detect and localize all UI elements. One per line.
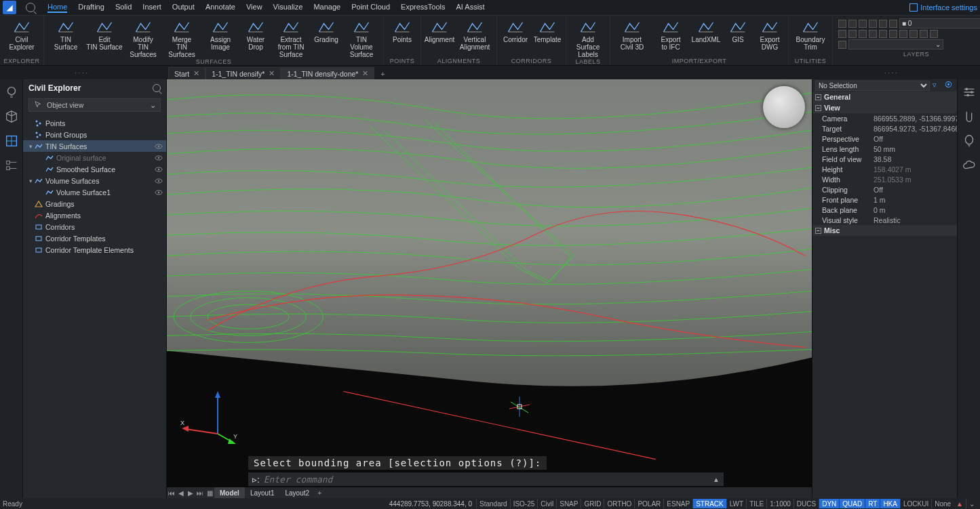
layer-tool-icon[interactable] [838, 30, 846, 38]
status-iso-25[interactable]: ISO-25 [510, 499, 538, 508]
panel-handle-right[interactable]: ···· [884, 68, 899, 77]
menu-ai-assist[interactable]: AI Assist [456, 3, 484, 13]
add-layout-button[interactable]: + [315, 489, 324, 497]
layer-tool-icon[interactable] [899, 30, 907, 38]
ribbon-tin-volume-surface[interactable]: TIN Volume Surface [342, 17, 380, 58]
tree-corridor-template-elements[interactable]: Corridor Template Elements [23, 244, 166, 256]
menu-drafting[interactable]: Drafting [78, 3, 104, 13]
ribbon-modify-tin-surfaces[interactable]: Modify TIN Surfaces [124, 17, 162, 58]
menu-expresstools[interactable]: ExpressTools [401, 3, 445, 13]
command-history-icon[interactable]: ▲ [713, 476, 720, 483]
status-polar[interactable]: POLAR [634, 499, 663, 508]
ribbon-alignment[interactable]: Alignment [424, 17, 455, 43]
layout-prev-icon[interactable]: ◀ [176, 489, 186, 497]
selection-select[interactable]: No Selection [815, 81, 930, 91]
pick-icon[interactable]: ⦿ [945, 81, 954, 90]
civil-drawing-icon[interactable] [4, 134, 19, 148]
layer-tool-icon[interactable] [848, 30, 857, 38]
status-none[interactable]: None [931, 499, 954, 508]
tree-point-groups[interactable]: Point Groups [23, 129, 166, 140]
ribbon-export-dwg[interactable]: Export DWG [754, 17, 785, 51]
filter-icon[interactable]: ▿ [933, 81, 942, 90]
status-esnap[interactable]: ESNAP [663, 499, 692, 508]
layer-tool-icon[interactable] [909, 30, 918, 38]
prop-group-general[interactable]: −General [812, 91, 957, 102]
layer-tool-icon[interactable] [920, 30, 928, 38]
cube-icon[interactable] [4, 109, 19, 124]
ribbon-grading[interactable]: Grading [311, 17, 342, 43]
ribbon-assign-image[interactable]: Assign Image [201, 17, 239, 51]
status-lwt[interactable]: LWT [726, 499, 746, 508]
status-dyn[interactable]: DYN [819, 499, 839, 508]
panel-handle-left[interactable]: ···· [75, 68, 89, 77]
menu-visualize[interactable]: Visualize [273, 3, 303, 13]
prop-group-misc[interactable]: −Misc [812, 225, 957, 236]
layer-state-icon[interactable] [848, 20, 857, 28]
visibility-icon[interactable] [154, 142, 163, 151]
status-standard[interactable]: Standard [476, 499, 510, 508]
prop-value[interactable]: 866954.9273, -51367.8466, 4 [874, 125, 957, 133]
doctab-1-1-tin-densify-done-[interactable]: 1-1_TIN densify-done*✕ [281, 67, 374, 79]
status-alert-icon[interactable]: ▲ [956, 500, 963, 508]
cloud-icon[interactable] [962, 158, 977, 173]
ribbon-water-drop[interactable]: Water Drop [240, 17, 271, 51]
menu-manage[interactable]: Manage [313, 3, 340, 13]
close-icon[interactable]: ✕ [193, 69, 199, 78]
3d-viewport[interactable]: X Y Select bounding area [selection opti… [167, 79, 812, 498]
command-input[interactable] [264, 474, 720, 485]
layout-last-icon[interactable]: ⏭ [195, 489, 205, 497]
balloon-icon[interactable] [962, 134, 977, 148]
prop-value[interactable]: 866955.2889, -51366.9997, 4 [874, 115, 957, 123]
status-snap[interactable]: SNAP [556, 499, 581, 508]
tree-volume-surfaces[interactable]: ▾Volume Surfaces [23, 175, 166, 186]
close-icon[interactable]: ✕ [362, 69, 368, 78]
tree-points[interactable]: Points [23, 117, 166, 129]
ribbon-boundary-trim[interactable]: Boundary Trim [791, 17, 829, 51]
doctab-1-1-tin-densify-[interactable]: 1-1_TIN densify*✕ [205, 67, 281, 79]
status-ducs[interactable]: DUCS [793, 499, 819, 508]
menu-view[interactable]: View [246, 3, 262, 13]
explorer-search-icon[interactable] [153, 84, 161, 92]
tree-alignments[interactable]: Alignments [23, 209, 166, 221]
menu-solid[interactable]: Solid [115, 3, 132, 13]
ucs-gizmo[interactable]: X Y [180, 390, 241, 444]
layer-state-icon[interactable] [889, 20, 897, 28]
prop-value[interactable]: 1 m [874, 196, 957, 204]
prop-value[interactable]: Realistic [874, 216, 957, 224]
menu-insert[interactable]: Insert [142, 3, 161, 13]
tree-tin-surfaces[interactable]: ▾TIN Surfaces [23, 140, 166, 152]
prop-value[interactable]: Off [874, 135, 957, 143]
ribbon-points[interactable]: Points [387, 17, 418, 43]
clip-icon[interactable] [962, 109, 977, 124]
ribbon-tin-surface[interactable]: TIN Surface [47, 17, 85, 51]
visibility-icon[interactable] [154, 165, 163, 174]
status-lockui[interactable]: LOCKUI [900, 499, 931, 508]
ribbon-edit-tin-surface[interactable]: Edit TIN Surface [85, 17, 123, 51]
visibility-icon[interactable] [154, 153, 163, 163]
search-icon[interactable] [26, 3, 35, 12]
tree-corridor-templates[interactable]: Corridor Templates [23, 232, 166, 244]
app-icon[interactable]: ◢ [3, 1, 16, 14]
layer-tool-icon[interactable] [869, 30, 877, 38]
status-more-icon[interactable]: ⌄ [966, 499, 977, 508]
ribbon-vertical-alignment[interactable]: Vertical Alignment [456, 17, 494, 51]
menu-output[interactable]: Output [172, 3, 195, 13]
ribbon-merge-tin-surfaces[interactable]: Merge TIN Surfaces [163, 17, 201, 58]
sliders-icon[interactable] [962, 85, 977, 100]
status-ortho[interactable]: ORTHO [604, 499, 634, 508]
visibility-icon[interactable] [154, 176, 163, 186]
layer-state-icon[interactable] [838, 20, 846, 28]
layout-tab-layout2[interactable]: Layout2 [279, 487, 315, 498]
layer-tool-icon[interactable] [930, 30, 938, 38]
tree-original-surface[interactable]: Original surface [23, 152, 166, 163]
ribbon-import-civil-3d[interactable]: Import Civil 3D [613, 17, 651, 51]
ribbon-template[interactable]: Template [532, 17, 563, 43]
tree-gradings[interactable]: Gradings [23, 198, 166, 209]
status-hka[interactable]: HKA [880, 499, 900, 508]
interface-settings-button[interactable]: Interface settings [909, 3, 977, 12]
ribbon-civil-explorer[interactable]: Civil Explorer [3, 17, 41, 51]
layer-tool-icon[interactable] [879, 30, 887, 38]
visibility-icon[interactable] [154, 188, 163, 197]
command-line[interactable]: ▹: ▲ [248, 472, 724, 486]
layer-secondary-select[interactable]: ⌄ [848, 39, 943, 49]
